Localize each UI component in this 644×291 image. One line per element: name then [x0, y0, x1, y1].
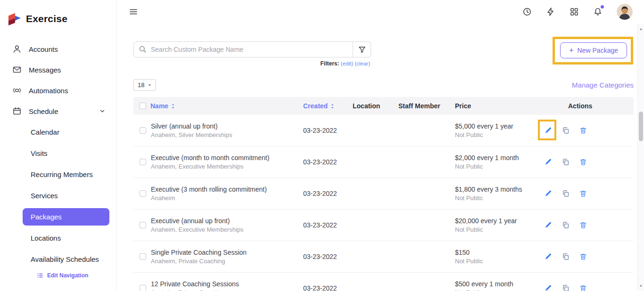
- header-created[interactable]: Created: [303, 102, 353, 110]
- search-icon: [139, 45, 147, 53]
- sidebar-item-locations[interactable]: Locations: [0, 227, 116, 249]
- hamburger-menu-icon[interactable]: [129, 7, 138, 16]
- copy-icon: [562, 158, 570, 166]
- price-text: $2,000 every 1 month: [455, 154, 545, 162]
- package-name: Executive (month to month commitment): [151, 154, 269, 162]
- scrollbar-thumb[interactable]: [639, 112, 643, 141]
- header-name-label: Name: [150, 102, 168, 110]
- delete-button[interactable]: [579, 284, 587, 291]
- apps-grid-icon[interactable]: [570, 7, 579, 16]
- sidebar-item-packages[interactable]: Packages: [23, 208, 109, 226]
- filters-clear-link[interactable]: (clear): [355, 61, 370, 66]
- duplicate-button[interactable]: [562, 127, 570, 134]
- copy-icon: [562, 190, 570, 197]
- sidebar-item-visits[interactable]: Visits: [0, 143, 116, 164]
- actions-cell: [545, 253, 634, 260]
- filter-button[interactable]: [353, 41, 371, 57]
- header-actions: Actions: [545, 102, 634, 110]
- duplicate-button[interactable]: [562, 284, 570, 291]
- automation-icon: [12, 86, 22, 95]
- sidebar-item-recurring-members[interactable]: Recurring Members: [0, 164, 116, 185]
- delete-button[interactable]: [579, 158, 587, 166]
- sidebar-item-accounts[interactable]: Accounts: [0, 39, 116, 59]
- search-input[interactable]: [133, 41, 353, 57]
- edit-button[interactable]: [545, 190, 552, 197]
- name-cell: Silver (annual up front) Anaheim, Silver…: [133, 122, 303, 138]
- price-text: $5,000 every 1 year: [455, 122, 545, 130]
- duplicate-button[interactable]: [562, 190, 570, 197]
- edit-button[interactable]: [545, 221, 552, 229]
- sidebar-nav: Accounts Messages Automations Schedule C…: [0, 39, 116, 279]
- duplicate-button[interactable]: [562, 158, 570, 166]
- new-package-label: New Package: [578, 47, 618, 54]
- row-checkbox[interactable]: [140, 222, 146, 228]
- price-cell: $2,000 every 1 month Not Public: [455, 154, 545, 170]
- sidebar-item-label: Messages: [29, 66, 61, 74]
- sidebar-item-availability-schedules[interactable]: Availability Schedules: [0, 249, 116, 270]
- sidebar-item-automations[interactable]: Automations: [0, 80, 116, 101]
- trash-icon: [579, 221, 587, 229]
- sidebar-item-services[interactable]: Services: [0, 185, 116, 206]
- sub-item-label: Services: [31, 192, 58, 200]
- sidebar-item-label: Automations: [29, 87, 68, 95]
- header-name[interactable]: Name: [150, 102, 175, 110]
- avatar-image: [617, 4, 633, 20]
- history-clock-icon[interactable]: [522, 7, 532, 16]
- edit-button[interactable]: [545, 253, 552, 260]
- delete-button[interactable]: [579, 127, 587, 134]
- table-row: Executive (month to month commitment) An…: [133, 146, 634, 178]
- vertical-scrollbar[interactable]: ▲ ▼: [637, 24, 644, 291]
- row-checkbox[interactable]: [140, 285, 146, 291]
- created-cell: 03-23-2022: [303, 190, 353, 197]
- packages-table: Name Created Location Staff Member Price…: [133, 97, 634, 291]
- visibility-text: Not Public: [455, 258, 545, 265]
- scroll-up-arrow[interactable]: ▲: [638, 25, 644, 32]
- row-checkbox[interactable]: [140, 127, 146, 134]
- sidebar-item-calendar[interactable]: Calendar: [0, 121, 116, 143]
- sidebar-item-label: Accounts: [29, 45, 58, 53]
- manage-categories-link[interactable]: Manage Categories: [572, 81, 634, 89]
- sub-item-label: Packages: [31, 213, 62, 221]
- sidebar-item-schedule[interactable]: Schedule: [0, 101, 116, 121]
- delete-button[interactable]: [579, 253, 587, 260]
- new-package-button[interactable]: + New Package: [560, 42, 627, 58]
- delete-button[interactable]: [579, 190, 587, 197]
- quick-actions-bolt-icon[interactable]: [546, 7, 555, 16]
- notifications-bell-icon[interactable]: [593, 7, 603, 16]
- search-input-group: [133, 41, 371, 57]
- main-area: Filters: (edit) (clear) + New Package 18: [116, 0, 644, 291]
- sidebar-item-messages[interactable]: Messages: [0, 59, 116, 80]
- row-checkbox[interactable]: [140, 190, 146, 197]
- row-checkbox[interactable]: [140, 159, 146, 165]
- app-logo[interactable]: Exercise: [0, 0, 116, 25]
- trash-icon: [579, 158, 587, 166]
- calendar-icon: [12, 106, 22, 116]
- edit-button[interactable]: [545, 158, 552, 166]
- topbar-actions: [522, 4, 633, 20]
- package-name: Executive (3 month rolling commitment): [151, 186, 267, 193]
- header-name-cell: Name: [133, 102, 303, 110]
- visibility-text: Not Public: [455, 131, 545, 138]
- created-cell: 03-23-2022: [303, 284, 353, 291]
- name-cell: Executive (month to month commitment) An…: [133, 154, 303, 170]
- edit-button[interactable]: [545, 284, 552, 291]
- trash-icon: [579, 253, 587, 260]
- table-row: Executive (annual up front) Anaheim, Exe…: [133, 210, 634, 241]
- page-size-select[interactable]: 18: [133, 79, 156, 91]
- price-cell: $20,000 every 1 year Not Public: [455, 217, 545, 233]
- filters-edit-link[interactable]: (edit): [341, 61, 353, 66]
- package-category: Anaheim, Executive Memberships: [151, 226, 244, 233]
- scroll-down-arrow[interactable]: ▼: [638, 283, 644, 289]
- price-cell: $1,800 every 3 months Not Public: [455, 186, 545, 202]
- sidebar-item-label: Schedule: [29, 107, 58, 115]
- duplicate-button[interactable]: [562, 221, 570, 229]
- search-group: Filters: (edit) (clear): [133, 41, 371, 67]
- edit-button[interactable]: [545, 127, 552, 134]
- duplicate-button[interactable]: [562, 253, 570, 260]
- row-checkbox[interactable]: [140, 253, 146, 260]
- delete-button[interactable]: [579, 221, 587, 229]
- package-name: 12 Private Coaching Sessions: [151, 280, 239, 288]
- user-avatar[interactable]: [617, 4, 633, 20]
- select-all-checkbox[interactable]: [140, 103, 146, 109]
- edit-navigation-link[interactable]: Edit Navigation: [0, 272, 116, 279]
